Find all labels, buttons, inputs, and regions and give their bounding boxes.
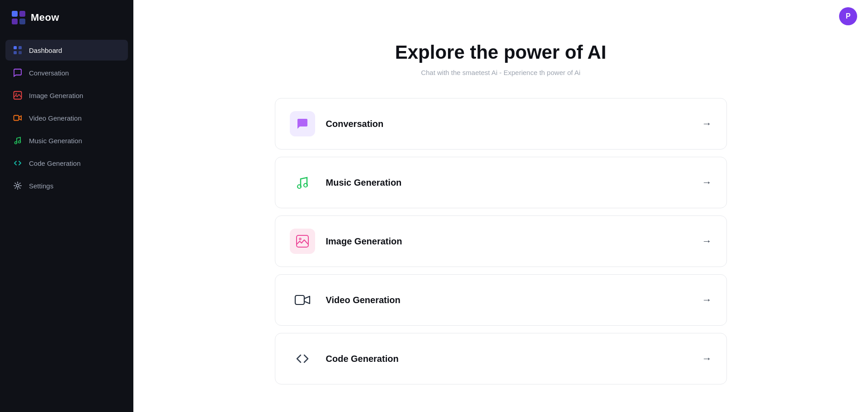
app-name: Meow [31,12,59,23]
user-avatar[interactable]: P [839,7,857,25]
video-card-icon [294,292,311,308]
sidebar: Meow Dashboard Conversation [0,0,133,412]
conversation-card-icon [296,117,309,131]
sidebar-item-video-label: Video Generation [29,114,81,122]
conversation-card-arrow: → [702,118,712,130]
svg-rect-4 [14,46,17,49]
sidebar-item-code-generation[interactable]: Code Generation [5,153,128,173]
sidebar-item-code-label: Code Generation [29,159,80,167]
sidebar-item-video-generation[interactable]: Video Generation [5,108,128,128]
main-content: P Explore the power of AI Chat with the … [133,0,868,412]
svg-rect-3 [19,19,25,24]
sidebar-nav: Dashboard Conversation Image Generation [0,35,133,201]
sidebar-item-dashboard[interactable]: Dashboard [5,40,128,61]
music-card-icon [294,174,311,191]
sidebar-item-settings[interactable]: Settings [5,175,128,196]
card-video-generation[interactable]: Video Generation → [275,274,727,326]
logo-icon [11,10,26,25]
card-image-generation[interactable]: Image Generation → [275,215,727,267]
svg-rect-0 [12,11,18,17]
code-card-icon-wrap [290,346,315,371]
sidebar-item-conversation-label: Conversation [29,69,69,77]
image-card-icon-wrap [290,229,315,254]
sidebar-item-music-generation[interactable]: Music Generation [5,130,128,151]
music-generation-icon [13,136,23,145]
code-card-label: Code Generation [326,354,702,364]
sidebar-item-image-label: Image Generation [29,92,83,99]
cards-list: Conversation → Music Generation → [275,98,727,384]
code-card-icon [294,351,311,367]
sidebar-item-image-generation[interactable]: Image Generation [5,85,128,106]
image-generation-icon [13,90,23,100]
code-generation-icon [13,158,23,168]
video-card-arrow: → [702,294,712,306]
music-card-arrow: → [702,177,712,188]
sidebar-item-conversation[interactable]: Conversation [5,62,128,83]
svg-rect-6 [14,51,17,54]
video-card-icon-wrap [290,287,315,313]
conversation-card-icon-wrap [290,111,315,136]
svg-rect-16 [297,235,308,247]
image-card-icon [296,234,309,248]
image-card-label: Image Generation [326,236,702,247]
conversation-icon [13,68,23,78]
svg-point-17 [299,238,302,240]
svg-rect-5 [19,46,22,49]
content-area: Explore the power of AI Chat with the sm… [133,33,868,412]
svg-rect-7 [19,51,22,54]
card-code-generation[interactable]: Code Generation → [275,333,727,384]
svg-point-12 [19,141,21,143]
video-card-label: Video Generation [326,295,702,305]
image-card-arrow: → [702,235,712,247]
page-title: Explore the power of AI [395,42,607,63]
svg-rect-1 [19,11,25,17]
sidebar-header: Meow [0,0,133,35]
sidebar-item-music-label: Music Generation [29,137,82,145]
music-card-icon-wrap [290,170,315,195]
sidebar-item-dashboard-label: Dashboard [29,47,62,54]
settings-icon [13,181,23,191]
svg-rect-10 [14,116,19,121]
svg-point-11 [15,142,17,144]
music-card-label: Music Generation [326,178,702,188]
svg-point-9 [15,93,17,95]
svg-rect-18 [295,295,304,304]
conversation-card-label: Conversation [326,119,702,129]
page-subtitle: Chat with the smaetest Ai - Experience t… [421,69,580,76]
svg-rect-2 [12,19,18,24]
card-music-generation[interactable]: Music Generation → [275,157,727,208]
svg-point-13 [16,184,19,187]
video-generation-icon [13,113,23,123]
card-conversation[interactable]: Conversation → [275,98,727,150]
dashboard-icon [13,45,23,55]
svg-rect-8 [14,92,22,99]
code-card-arrow: → [702,353,712,365]
sidebar-item-settings-label: Settings [29,182,53,190]
top-bar: P [133,0,868,33]
